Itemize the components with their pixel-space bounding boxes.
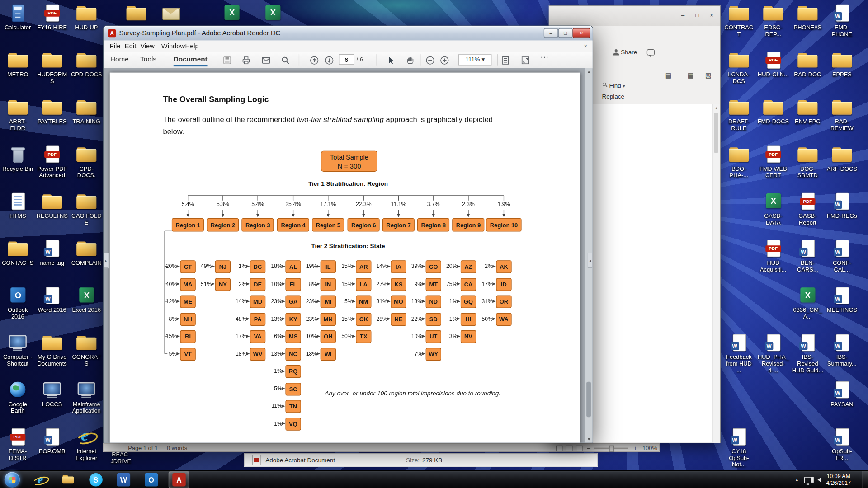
desktop-icon-ibs-revised-hud-guid[interactable]: IBS- Revised HUD Guid... <box>791 334 825 373</box>
close-pane-icon[interactable]: × <box>581 42 590 51</box>
desktop-icon-paysan[interactable]: PAYSAN <box>826 381 859 408</box>
desktop-icon-0336-gm-a[interactable]: 0336_GM_A... <box>791 287 825 319</box>
taskbar-app-explorer[interactable] <box>58 471 79 488</box>
desktop-icon-meetings[interactable]: MEETINGS <box>826 287 859 313</box>
fullscreen-icon[interactable] <box>520 56 530 66</box>
close-button[interactable]: × <box>573 28 590 38</box>
desktop-icon-gasb-data[interactable]: GASB-DATA <box>757 193 790 225</box>
find-button[interactable]: Find ▾ <box>602 81 625 90</box>
select-tool-icon[interactable] <box>386 56 396 66</box>
zoom-out-button[interactable]: – <box>587 444 590 451</box>
desktop-icon-cpd-docs[interactable]: CPD-DOCS. <box>70 145 103 178</box>
tab-document[interactable]: Document <box>174 54 208 66</box>
desktop-icon-arrt-fldr[interactable]: ARRT-FLDR <box>1 99 34 131</box>
word-word-count[interactable]: 0 words <box>167 444 187 451</box>
scroll-down-icon[interactable]: ▼ <box>585 436 593 443</box>
desktop-icon-cy18-opsub-not[interactable]: CY18 OpSub-Not... <box>722 428 756 468</box>
desktop-icon-hud-up[interactable]: HUD-UP <box>70 5 103 31</box>
desktop-icon-gasb-report[interactable]: GASB-Report <box>791 193 825 225</box>
desktop-icon-ben-cars[interactable]: BEN-CARS... <box>791 240 825 272</box>
desktop-icon-excel-2016[interactable]: Excel 2016 <box>70 287 103 313</box>
page-number-input[interactable] <box>339 54 354 65</box>
desktop-icon-congrats[interactable]: CONGRATS <box>70 334 103 366</box>
speaker-icon[interactable] <box>817 477 821 483</box>
share-button[interactable]: Share <box>613 48 637 56</box>
desktop-icon-fmd-web-cert[interactable]: FMD WEB CERT <box>757 145 790 178</box>
desktop-icon-recycle-bin[interactable]: Recycle Bin <box>1 145 34 172</box>
more-tools-icon[interactable]: ⋯ <box>540 52 550 62</box>
desktop-icon-complain[interactable]: COMPLAIN <box>70 240 103 266</box>
desktop-icon-bdo-pha[interactable]: BDO-PHA-... <box>722 145 756 178</box>
desktop-icon-envelope[interactable] <box>154 5 188 22</box>
word-page-count[interactable]: Page 1 of 1 <box>128 444 158 451</box>
desktop-icon-calculator[interactable]: Calculator <box>1 5 34 31</box>
desktop-icon-ibs-summary[interactable]: IBS- Summary... <box>826 334 859 366</box>
desktop-icon-hud-pha-revised-4[interactable]: HUD_PHA_ Revised- 4-... <box>757 334 790 373</box>
desktop-icon-fmd-phone[interactable]: FMD-PHONE <box>826 5 859 37</box>
desktop-icon-eop-omb[interactable]: EOP.OMB <box>35 428 69 455</box>
desktop-icon-mainframe-application[interactable]: Mainframe Application <box>70 381 103 414</box>
word-restore-button[interactable]: □ <box>691 10 703 19</box>
taskbar-app-word[interactable]: W <box>113 471 134 488</box>
desktop-icon-edsc-rep[interactable]: EDSC-REP... <box>757 5 790 37</box>
menu-file[interactable]: File <box>108 42 123 51</box>
replace-button[interactable]: Replace <box>602 93 624 100</box>
web-layout-icon[interactable] <box>576 446 583 451</box>
word-scrollbar[interactable]: ▴ <box>712 104 720 442</box>
word-close-button[interactable]: × <box>706 10 718 19</box>
desktop-icon-computer-shortcut[interactable]: Computer - Shortcut <box>1 334 34 366</box>
desktop-icon-folder[interactable] <box>120 5 153 22</box>
desktop-icon-my-g-drive-documents[interactable]: My G Drive Documents <box>35 334 69 366</box>
desktop-icon-hud-cln[interactable]: HUD-CLN... <box>757 52 790 78</box>
menu-view[interactable]: View <box>138 42 156 51</box>
desktop-icon-fmd-regs[interactable]: FMD-REGs <box>826 193 859 219</box>
start-button[interactable] <box>5 472 20 488</box>
desktop-icon-gao-folde[interactable]: GAO.FOLDE <box>70 193 103 225</box>
desktop-icon-env-epc[interactable]: ENV-EPC <box>791 99 825 125</box>
acrobat-title-bar[interactable]: A Survey-Sampling Plan.pdf - Adobe Acrob… <box>104 26 592 41</box>
desktop-icon-google-earth[interactable]: Google Earth <box>1 381 34 414</box>
desktop-icon-htms[interactable]: HTMS <box>1 193 34 219</box>
acrobat-scrollbar-thumb[interactable] <box>586 382 591 417</box>
desktop-icon-training[interactable]: TRAINING <box>70 99 103 125</box>
menu-edit[interactable]: Edit <box>123 42 138 51</box>
taskbar-app-skype[interactable]: S <box>85 471 107 488</box>
desktop-icon-opsub-fr[interactable]: OpSub-FR... <box>826 428 859 461</box>
desktop-icon-fmd-docs[interactable]: FMD-DOCS <box>757 99 790 125</box>
zoom-out-icon[interactable] <box>425 56 435 66</box>
desktop-icon-eppes[interactable]: EPPES <box>826 52 859 78</box>
desktop-icon-hud-acquisiti[interactable]: HUD Acquisiti... <box>757 240 790 272</box>
desktop-icon-outlook-2016[interactable]: Outlook 2016 <box>1 287 34 319</box>
tray-expand-icon[interactable]: ▲ <box>795 477 799 482</box>
tab-tools[interactable]: Tools <box>140 54 156 65</box>
maximize-button[interactable]: □ <box>558 28 573 38</box>
scrolling-view-icon[interactable] <box>500 56 510 66</box>
read-mode-icon[interactable] <box>556 446 563 451</box>
desktop-icon-paytbles[interactable]: PAYTBLES <box>35 99 69 125</box>
taskbar-app-acrobat[interactable]: A <box>169 471 190 488</box>
nav-pane-toggle[interactable]: ▸ <box>104 253 108 268</box>
taskbar-app-outlook[interactable]: O <box>141 471 162 488</box>
menu-help[interactable]: Help <box>183 42 201 51</box>
tools-pane-toggle[interactable]: ◂ <box>588 253 593 268</box>
desktop-icon-internet-explorer[interactable]: Internet Explorer <box>70 428 103 461</box>
zoom-slider-thumb[interactable] <box>609 446 614 452</box>
desktop-icon-contacts[interactable]: CONTACTS <box>1 240 34 266</box>
save-icon[interactable] <box>222 56 232 66</box>
zoom-level-dropdown[interactable]: 111% ▾ <box>458 54 492 66</box>
zoom-in-icon[interactable] <box>439 56 449 66</box>
next-page-icon[interactable] <box>324 56 334 66</box>
desktop-icon-hudforms[interactable]: HUDFORMS <box>35 52 69 84</box>
minimize-button[interactable]: – <box>544 28 558 38</box>
desktop-icon-fema-distr[interactable]: FEMA-DISTR <box>1 428 34 461</box>
scroll-up-icon[interactable]: ▲ <box>585 68 593 75</box>
desktop-icon-rad-review[interactable]: RAD-REVIEW <box>826 99 859 131</box>
previous-page-icon[interactable] <box>309 56 319 66</box>
desktop-icon-word-2016[interactable]: Word 2016 <box>35 287 69 313</box>
tab-home[interactable]: Home <box>110 54 129 65</box>
comments-button[interactable] <box>647 49 655 56</box>
word-scrollbar-thumb[interactable] <box>714 113 718 153</box>
desktop-icon-doc-sbmtd[interactable]: DOC-SBMTD <box>791 145 825 178</box>
print-icon[interactable] <box>241 56 251 66</box>
desktop-icon-fy16-hire[interactable]: FY16-HIRE <box>35 5 69 31</box>
